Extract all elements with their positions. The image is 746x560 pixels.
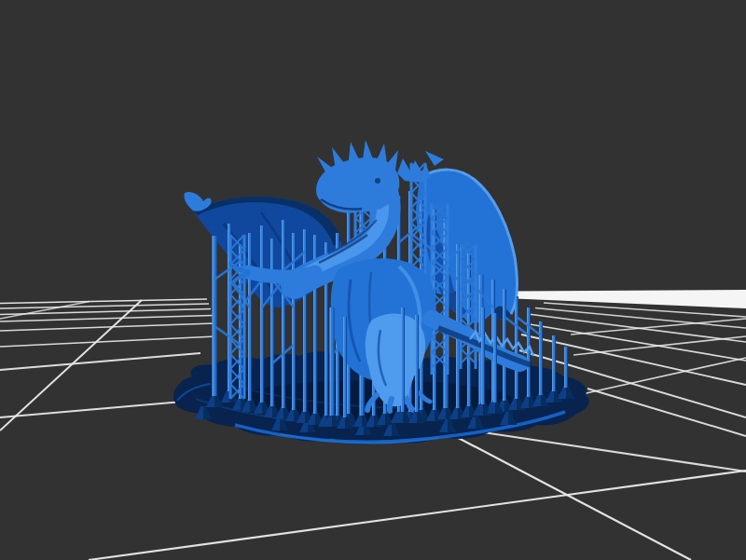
truss-rail — [243, 235, 246, 399]
truss-rail — [229, 235, 232, 399]
truss-rail — [424, 163, 427, 289]
dragon-arm — [248, 272, 315, 277]
truss-rail — [447, 203, 449, 375]
dragon-eye — [375, 178, 380, 184]
viewport-3d[interactable] — [0, 0, 746, 560]
scene-svg — [0, 0, 746, 560]
